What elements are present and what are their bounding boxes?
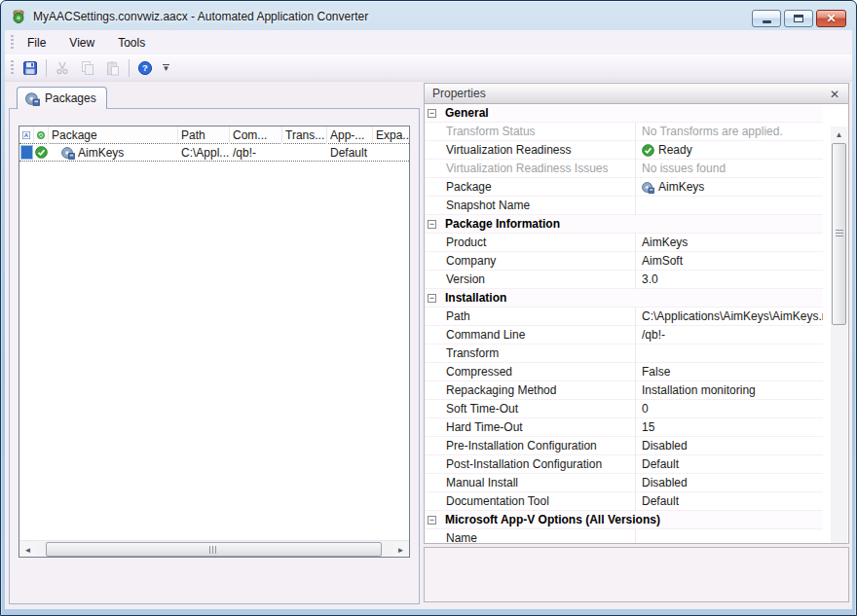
property-row[interactable]: Pre-Installation ConfigurationDisabled <box>425 437 823 455</box>
property-row[interactable]: Name <box>425 529 823 544</box>
toolbar-grip-handle[interactable] <box>11 60 14 75</box>
properties-header: Properties ✕ <box>424 83 849 104</box>
title-bar[interactable]: MyAACSettings.convwiz.aacx - Automated A… <box>2 2 855 30</box>
property-value-text: /qb!- <box>642 328 665 342</box>
property-row[interactable]: PackageAimKeys <box>425 178 823 197</box>
column-header-path[interactable]: Path <box>178 127 230 144</box>
property-value[interactable]: 0 <box>635 400 823 418</box>
column-header-app[interactable]: App-... <box>327 127 373 144</box>
collapse-icon[interactable]: − <box>428 220 436 229</box>
menu-item-tools[interactable]: Tools <box>108 32 155 54</box>
property-row[interactable]: PathC:\Applications\AimKeys\AimKeys.msi <box>425 308 823 326</box>
properties-description-area <box>424 547 849 602</box>
scroll-right-button[interactable]: ► <box>392 542 409 558</box>
property-row[interactable]: Virtualization Readiness IssuesNo issues… <box>425 160 823 178</box>
close-button[interactable]: ✕ <box>816 10 846 27</box>
property-value[interactable]: AimSoft <box>635 252 823 271</box>
column-header-label: Trans... <box>285 128 324 142</box>
property-name: Package <box>425 180 635 194</box>
property-value[interactable]: Disabled <box>635 437 823 455</box>
collapse-icon[interactable]: − <box>428 109 436 118</box>
property-value[interactable]: /qb!- <box>635 326 823 344</box>
cut-button[interactable] <box>51 57 74 79</box>
property-row[interactable]: Snapshot Name <box>425 197 823 215</box>
property-value[interactable]: False <box>635 363 823 381</box>
property-value[interactable]: Default <box>635 492 823 511</box>
property-row[interactable]: CompressedFalse <box>425 363 823 381</box>
cell-expand <box>373 144 410 161</box>
property-row[interactable]: Transform StatusNo Transforms are applie… <box>425 123 823 141</box>
property-value[interactable]: Installation monitoring <box>635 381 823 400</box>
menu-item-view[interactable]: View <box>59 32 104 54</box>
tab-packages[interactable]: Packages <box>17 87 107 109</box>
toolbar-separator <box>129 59 130 77</box>
property-value[interactable]: 3.0 <box>635 271 823 289</box>
package-row[interactable]: AimKeysC:\Appl.../qb!-Default <box>19 144 409 162</box>
property-name: Transform Status <box>425 125 635 138</box>
packages-list[interactable]: APackagePathCom...Trans...App-...Expa...… <box>19 126 410 558</box>
column-header-expa[interactable]: Expa... <box>373 127 410 144</box>
column-header-icon0[interactable]: A <box>19 127 34 144</box>
property-row[interactable]: Documentation ToolDefault <box>425 492 823 511</box>
help-button[interactable]: ? <box>133 57 157 79</box>
property-value[interactable] <box>635 344 823 363</box>
column-header-trans[interactable]: Trans... <box>282 127 327 144</box>
property-value[interactable]: C:\Applications\AimKeys\AimKeys.msi <box>635 308 823 326</box>
property-row[interactable]: Version3.0 <box>425 271 823 289</box>
column-header-package[interactable]: Package <box>49 127 178 144</box>
cell-transform <box>282 144 327 161</box>
property-section-row[interactable]: −Installation <box>425 289 823 308</box>
property-value-text: Default <box>642 457 679 471</box>
property-value[interactable]: No issues found <box>635 160 823 178</box>
scroll-left-button[interactable]: ◄ <box>19 542 36 558</box>
property-value-text: False <box>642 365 670 379</box>
section-label: Microsoft App-V Options (All Versions) <box>445 513 660 526</box>
save-button[interactable] <box>19 57 42 79</box>
property-section-row[interactable]: −General <box>425 104 823 123</box>
column-header-com[interactable]: Com... <box>230 127 282 144</box>
property-row[interactable]: Post-Installation ConfigurationDefault <box>425 455 823 474</box>
property-value-text: Ready <box>658 143 692 157</box>
column-header-icon1[interactable] <box>34 127 49 144</box>
property-value[interactable]: AimKeys <box>635 178 823 197</box>
paste-button[interactable] <box>101 57 125 79</box>
property-row[interactable]: Hard Time-Out15 <box>425 418 823 437</box>
property-name: Path <box>425 309 635 323</box>
property-name: Snapshot Name <box>425 199 635 212</box>
copy-button[interactable] <box>76 57 99 79</box>
property-section-row[interactable]: −Microsoft App-V Options (All Versions) <box>425 511 823 529</box>
property-value-text: 0 <box>642 402 649 416</box>
property-value[interactable] <box>635 197 823 215</box>
property-value[interactable]: No Transforms are applied. <box>635 123 823 141</box>
vertical-scrollbar-thumb[interactable] <box>832 143 846 325</box>
package-icon <box>25 91 40 106</box>
horizontal-scrollbar[interactable]: ◄ ► <box>19 540 409 557</box>
minimize-button[interactable] <box>752 10 781 27</box>
toolbar-overflow-icon[interactable]: ▼ <box>160 57 172 79</box>
property-value[interactable]: Disabled <box>635 474 823 492</box>
menu-item-file[interactable]: File <box>18 32 56 54</box>
properties-close-icon[interactable]: ✕ <box>827 87 842 102</box>
property-row[interactable]: Virtualization ReadinessReady <box>425 141 823 160</box>
property-name: Manual Install <box>425 476 635 489</box>
collapse-icon[interactable]: − <box>428 294 436 303</box>
scroll-up-button[interactable]: ▲ <box>831 127 847 142</box>
property-value[interactable]: Default <box>635 455 823 474</box>
property-section-row[interactable]: −Package Information <box>425 215 823 234</box>
property-value[interactable]: AimKeys <box>635 234 823 252</box>
property-value[interactable]: Ready <box>635 141 823 160</box>
property-row[interactable]: ProductAimKeys <box>425 234 823 252</box>
maximize-button[interactable] <box>784 10 813 27</box>
property-row[interactable]: CompanyAimSoft <box>425 252 823 271</box>
property-row[interactable]: Command Line/qb!- <box>425 326 823 344</box>
property-value[interactable]: 15 <box>635 418 823 437</box>
property-row[interactable]: Soft Time-Out0 <box>425 400 823 418</box>
property-row[interactable]: Repackaging MethodInstallation monitorin… <box>425 381 823 400</box>
horizontal-scrollbar-thumb[interactable] <box>46 542 382 557</box>
property-row[interactable]: Manual InstallDisabled <box>425 474 823 492</box>
collapse-icon[interactable]: − <box>428 516 436 525</box>
property-row[interactable]: Transform <box>425 344 823 363</box>
client-area: FileViewTools ? ▼ Packages APackagePathC… <box>5 30 852 609</box>
vertical-scrollbar[interactable]: ▲ ▼ <box>831 127 847 544</box>
property-value[interactable] <box>635 529 823 545</box>
